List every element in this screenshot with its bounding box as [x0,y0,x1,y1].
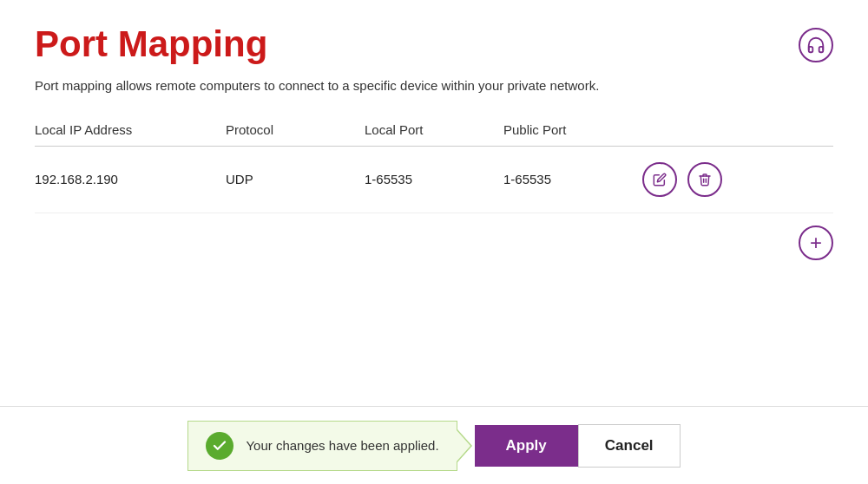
check-circle [206,432,233,460]
footer-bar: Your changes have been applied. Apply Ca… [0,406,868,484]
page-title: Port Mapping [35,24,267,64]
table-section: Local IP Address Protocol Local Port Pub… [35,122,833,260]
delete-button[interactable] [687,162,722,197]
table-row: 192.168.2.190 UDP 1-65535 1-65535 [35,147,833,213]
notification-box: Your changes have been applied. [187,421,457,471]
trash-icon [698,173,712,186]
edit-button[interactable] [642,162,677,197]
apply-button[interactable]: Apply [475,425,578,467]
col-header-local-port: Local Port [365,122,503,137]
cell-protocol: UDP [226,172,365,186]
cell-public-port: 1-65535 [503,172,642,186]
row-actions [642,162,833,197]
plus-icon: + [810,232,822,253]
cell-local-ip: 192.168.2.190 [35,172,226,186]
cancel-button[interactable]: Cancel [578,424,681,468]
check-icon [212,438,227,454]
add-row: + [35,213,833,260]
header-row: Port Mapping [35,24,833,64]
notification-text: Your changes have been applied. [246,438,438,453]
headphone-icon [806,36,825,55]
help-icon-button[interactable] [799,28,833,62]
edit-icon [653,173,667,186]
page-description: Port mapping allows remote computers to … [35,76,833,96]
col-header-protocol: Protocol [226,122,365,137]
col-header-actions [642,122,833,137]
col-header-local-ip: Local IP Address [35,122,226,137]
add-button[interactable]: + [799,226,833,260]
cell-local-port: 1-65535 [365,172,503,186]
table-header: Local IP Address Protocol Local Port Pub… [35,122,833,147]
col-header-public-port: Public Port [503,122,642,137]
